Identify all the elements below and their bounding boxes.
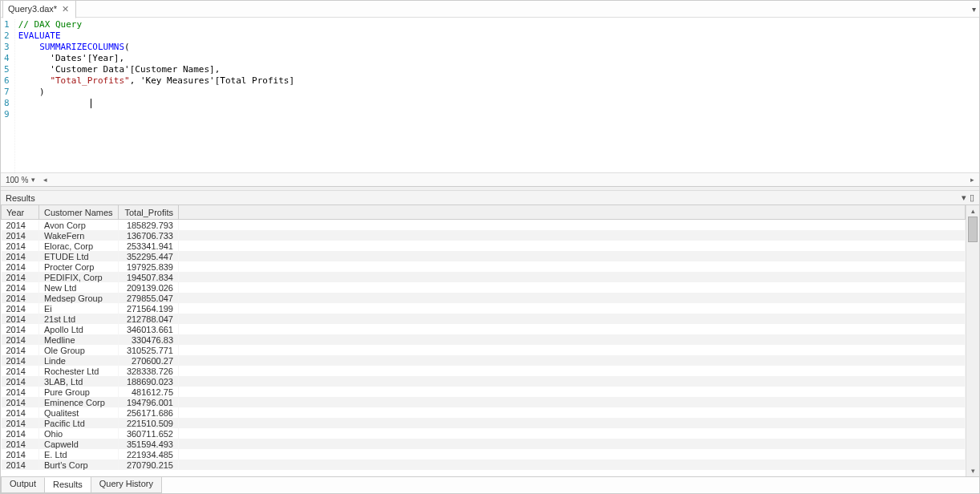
zoom-dropdown-icon[interactable]: ▾ xyxy=(31,176,35,184)
table-row[interactable]: 2014Medsep Group279855.047 xyxy=(2,293,966,303)
cell-year: 2014 xyxy=(2,282,39,293)
cell-fill xyxy=(179,251,966,261)
cell-profit: 330476.83 xyxy=(119,334,179,345)
table-row[interactable]: 2014Ole Group310525.771 xyxy=(2,345,966,355)
hscroll-left-icon[interactable]: ◂ xyxy=(43,176,47,184)
cell-year: 2014 xyxy=(2,220,39,231)
cell-fill xyxy=(179,282,966,293)
code-editor: 123456789 // DAX QueryEVALUATE SUMMARIZE… xyxy=(1,18,979,187)
col-header-year[interactable]: Year xyxy=(2,205,39,220)
table-row[interactable]: 2014Rochester Ltd328338.726 xyxy=(2,366,966,376)
scroll-up-icon[interactable]: ▴ xyxy=(971,205,975,217)
cell-year: 2014 xyxy=(2,293,39,303)
table-row[interactable]: 2014PEDIFIX, Corp194507.834 xyxy=(2,272,966,282)
table-row[interactable]: 2014Capweld351594.493 xyxy=(2,439,966,449)
cell-year: 2014 xyxy=(2,261,39,272)
cell-customer: Medsep Group xyxy=(39,293,119,303)
col-header-profit[interactable]: Total_Profits xyxy=(119,205,179,220)
cell-profit: 253341.941 xyxy=(119,241,179,251)
vertical-scrollbar[interactable]: ▴ ▾ xyxy=(966,205,979,476)
cell-profit: 188690.023 xyxy=(119,376,179,387)
cell-profit: 212788.047 xyxy=(119,314,179,324)
cell-profit: 270600.27 xyxy=(119,355,179,366)
cell-fill xyxy=(179,272,966,282)
cell-year: 2014 xyxy=(2,251,39,261)
table-row[interactable]: 2014Pure Group481612.75 xyxy=(2,387,966,397)
table-row[interactable]: 2014New Ltd209139.026 xyxy=(2,282,966,293)
table-row[interactable]: 2014Ohio360711.652 xyxy=(2,428,966,439)
cell-fill xyxy=(179,230,966,241)
cell-year: 2014 xyxy=(2,407,39,418)
cell-year: 2014 xyxy=(2,334,39,345)
cell-profit: 352295.447 xyxy=(119,251,179,261)
table-row[interactable]: 2014Avon Corp185829.793 xyxy=(2,220,966,231)
cell-customer: E. Ltd xyxy=(39,449,119,460)
cell-customer: WakeFern xyxy=(39,230,119,241)
cell-fill xyxy=(179,366,966,376)
table-row[interactable]: 20143LAB, Ltd188690.023 xyxy=(2,376,966,387)
table-row[interactable]: 2014Linde270600.27 xyxy=(2,355,966,366)
cell-year: 2014 xyxy=(2,230,39,241)
cell-profit: 481612.75 xyxy=(119,387,179,397)
table-row[interactable]: 2014Ei271564.199 xyxy=(2,303,966,314)
cell-fill xyxy=(179,449,966,460)
cell-year: 2014 xyxy=(2,241,39,251)
close-icon[interactable]: ✕ xyxy=(60,4,71,14)
code-area[interactable]: // DAX QueryEVALUATE SUMMARIZECOLUMNS( '… xyxy=(15,18,979,172)
results-grid[interactable]: Year Customer Names Total_Profits 2014Av… xyxy=(1,205,966,476)
cell-year: 2014 xyxy=(2,272,39,282)
table-row[interactable]: 2014Procter Corp197925.839 xyxy=(2,261,966,272)
results-panel-header: Results ▾ ▯ xyxy=(1,191,979,205)
cell-profit: 221510.509 xyxy=(119,418,179,428)
file-tab[interactable]: Query3.dax* ✕ xyxy=(2,0,76,18)
table-row[interactable]: 2014WakeFern136706.733 xyxy=(2,230,966,241)
cell-customer: ETUDE Ltd xyxy=(39,251,119,261)
tab-query-history[interactable]: Query History xyxy=(91,477,162,493)
table-row[interactable]: 2014Qualitest256171.686 xyxy=(2,407,966,418)
cell-customer: Avon Corp xyxy=(39,220,119,231)
col-header-customer[interactable]: Customer Names xyxy=(39,205,119,220)
cell-year: 2014 xyxy=(2,428,39,439)
cell-fill xyxy=(179,355,966,366)
panel-pin-icon[interactable]: ▯ xyxy=(970,192,974,203)
cell-year: 2014 xyxy=(2,376,39,387)
cell-fill xyxy=(179,261,966,272)
scroll-down-icon[interactable]: ▾ xyxy=(971,465,975,476)
zoom-level[interactable]: 100 % xyxy=(6,176,28,184)
table-row[interactable]: 2014ETUDE Ltd352295.447 xyxy=(2,251,966,261)
cell-customer: Procter Corp xyxy=(39,261,119,272)
table-row[interactable]: 2014Burt's Corp270790.215 xyxy=(2,460,966,470)
tab-overflow-icon[interactable]: ▾ xyxy=(972,5,976,14)
cell-year: 2014 xyxy=(2,449,39,460)
cell-profit: 346013.661 xyxy=(119,324,179,334)
cell-profit: 197925.839 xyxy=(119,261,179,272)
cell-customer: Linde xyxy=(39,355,119,366)
table-row[interactable]: 2014E. Ltd221934.485 xyxy=(2,449,966,460)
cell-customer: New Ltd xyxy=(39,282,119,293)
scroll-track[interactable] xyxy=(966,217,979,465)
panel-dropdown-icon[interactable]: ▾ xyxy=(962,192,966,203)
table-row[interactable]: 2014Apollo Ltd346013.661 xyxy=(2,324,966,334)
cell-fill xyxy=(179,241,966,251)
file-tab-bar: Query3.dax* ✕ ▾ xyxy=(1,1,979,18)
hscroll-right-icon[interactable]: ▸ xyxy=(970,176,974,184)
table-row[interactable]: 201421st Ltd212788.047 xyxy=(2,314,966,324)
cell-fill xyxy=(179,345,966,355)
tab-output[interactable]: Output xyxy=(1,477,45,493)
cell-fill xyxy=(179,418,966,428)
cell-customer: Eminence Corp xyxy=(39,397,119,407)
scroll-thumb[interactable] xyxy=(968,217,978,242)
table-row[interactable]: 2014Medline330476.83 xyxy=(2,334,966,345)
cell-profit: 256171.686 xyxy=(119,407,179,418)
table-row[interactable]: 2014Elorac, Corp253341.941 xyxy=(2,241,966,251)
table-row[interactable]: 2014Eminence Corp194796.001 xyxy=(2,397,966,407)
results-grid-wrap: Year Customer Names Total_Profits 2014Av… xyxy=(1,205,979,476)
cell-profit: 310525.771 xyxy=(119,345,179,355)
cell-fill xyxy=(179,324,966,334)
cell-customer: Apollo Ltd xyxy=(39,324,119,334)
cell-customer: Ohio xyxy=(39,428,119,439)
cell-year: 2014 xyxy=(2,355,39,366)
cell-year: 2014 xyxy=(2,314,39,324)
tab-results[interactable]: Results xyxy=(44,477,91,493)
table-row[interactable]: 2014Pacific Ltd221510.509 xyxy=(2,418,966,428)
